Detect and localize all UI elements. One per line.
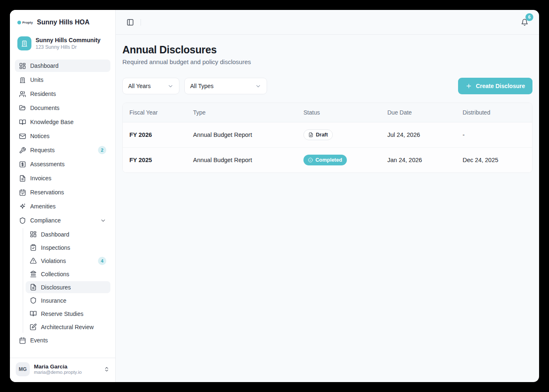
- sidebar-item-label: Architectural Review: [41, 324, 106, 330]
- cell-due-date: Jul 24, 2026: [381, 122, 456, 148]
- cell-status: Draft: [297, 122, 381, 148]
- app-title: Sunny Hills HOA: [37, 19, 89, 26]
- sidebar-item-label: Documents: [30, 105, 106, 111]
- calendar-check-icon: [19, 189, 26, 196]
- sidebar-item-label: Disclosures: [41, 284, 106, 291]
- cell-distributed: -: [456, 122, 532, 148]
- page-subtitle: Required annual budget and policy disclo…: [122, 58, 532, 65]
- building-icon: [19, 76, 26, 84]
- cell-type: Annual Budget Report: [186, 148, 297, 173]
- sidebar-item-label: Units: [30, 76, 106, 83]
- sidebar-item-residents[interactable]: Residents: [15, 88, 110, 100]
- filter-toolbar: All Years All Types Create Dis: [122, 78, 532, 94]
- check-circle-icon: [308, 158, 313, 163]
- notifications-button[interactable]: 6: [519, 17, 530, 28]
- sidebar-item-label: Dashboard: [30, 62, 106, 69]
- book-open-icon: [19, 119, 26, 126]
- shield-icon: [30, 297, 37, 304]
- sidebar-item-label: Inspections: [41, 244, 106, 251]
- app-window: Propty Sunny Hills HOA Sunny Hills Commu…: [10, 10, 539, 382]
- sidebar-subitem-inspections[interactable]: Inspections: [26, 241, 110, 253]
- create-disclosure-button[interactable]: Create Disclosure: [458, 78, 532, 94]
- avatar: MG: [16, 362, 30, 376]
- sidebar-toggle-button[interactable]: [125, 17, 136, 28]
- sidebar-item-label: Requests: [30, 147, 94, 153]
- topbar: 6: [116, 10, 539, 35]
- status-label: Draft: [316, 132, 328, 138]
- dashboard-grid-icon: [19, 62, 26, 69]
- sidebar-item-events[interactable]: Events: [15, 334, 110, 347]
- sidebar-item-knowledge-base[interactable]: Knowledge Base: [15, 116, 110, 128]
- sidebar-item-label: Notices: [30, 133, 106, 139]
- plus-icon: [465, 83, 472, 89]
- chevron-down-icon: [100, 218, 106, 224]
- sidebar-item-label: Events: [30, 337, 106, 344]
- sparkles-icon: [19, 203, 26, 210]
- landmark-icon: [30, 270, 37, 277]
- sidebar-item-requests[interactable]: Requests2: [15, 144, 110, 156]
- chevron-down-icon: [255, 83, 261, 89]
- community-name: Sunny Hills Community: [36, 37, 100, 43]
- notification-count-badge: 6: [525, 13, 533, 21]
- sidebar: Propty Sunny Hills HOA Sunny Hills Commu…: [10, 10, 116, 382]
- sidebar-item-label: Amenities: [30, 203, 106, 210]
- brand-header: Propty Sunny Hills HOA: [15, 17, 110, 28]
- table-row[interactable]: FY 2025Annual Budget ReportCompletedJan …: [123, 148, 532, 173]
- user-email: maria@demo.propty.io: [34, 370, 100, 375]
- propty-logo-dot-icon: [17, 21, 21, 24]
- sidebar-item-units[interactable]: Units: [15, 74, 110, 86]
- status-label: Completed: [315, 157, 342, 163]
- sidebar-item-assessments[interactable]: Assessments: [15, 158, 110, 170]
- book-open-icon: [30, 310, 37, 317]
- sidebar-item-label: Dashboard: [41, 231, 106, 238]
- sidebar-item-label: Insurance: [41, 297, 106, 304]
- sidebar-item-compliance[interactable]: Compliance: [15, 214, 110, 227]
- table-row[interactable]: FY 2026Annual Budget ReportDraftJul 24, …: [123, 122, 532, 148]
- main: 6 Annual Disclosures Required annual bud…: [116, 10, 539, 382]
- dashboard-grid-icon: [30, 231, 37, 238]
- disclosures-table: Fiscal YearTypeStatusDue DateDistributed…: [122, 103, 532, 173]
- sidebar-subitem-disclosures[interactable]: Disclosures: [26, 281, 110, 293]
- page-content: Annual Disclosures Required annual budge…: [116, 35, 539, 382]
- sidebar-item-dashboard[interactable]: Dashboard: [15, 60, 110, 72]
- type-filter-select[interactable]: All Types: [184, 78, 267, 94]
- table-header-row: Fiscal YearTypeStatusDue DateDistributed: [123, 103, 532, 122]
- year-filter-select[interactable]: All Years: [122, 78, 179, 94]
- clipboard-check-icon: [30, 244, 37, 251]
- year-filter-value: All Years: [128, 83, 150, 89]
- sidebar-item-invoices[interactable]: Invoices: [15, 172, 110, 184]
- file-text-icon: [308, 132, 313, 137]
- sidebar-item-reservations[interactable]: Reservations: [15, 186, 110, 198]
- community-switcher[interactable]: Sunny Hills Community 123 Sunny Hills Dr: [15, 36, 110, 51]
- sidebar-item-label: Knowledge Base: [30, 119, 106, 125]
- sidebar-item-label: Collections: [41, 271, 106, 277]
- sidebar-item-label: Reservations: [30, 189, 106, 196]
- chevrons-up-down-icon: [104, 366, 110, 372]
- sidebar-subnav-compliance: DashboardInspectionsViolations4Collectio…: [23, 228, 110, 333]
- sidebar-subitem-insurance[interactable]: Insurance: [26, 294, 110, 306]
- building-icon: [17, 36, 31, 50]
- cell-fiscal-year: FY 2025: [123, 148, 186, 173]
- sidebar-item-label: Reserve Studies: [41, 311, 106, 317]
- count-badge: 2: [98, 146, 106, 154]
- sidebar-subitem-architectural-review[interactable]: Architectural Review: [26, 321, 110, 333]
- sidebar-subitem-dashboard[interactable]: Dashboard: [26, 228, 110, 240]
- sidebar-item-documents[interactable]: Documents: [15, 102, 110, 114]
- cell-distributed: Dec 24, 2025: [456, 148, 532, 173]
- panel-left-icon: [127, 19, 134, 26]
- sidebar-item-amenities[interactable]: Amenities: [15, 200, 110, 213]
- sidebar-subitem-reserve-studies[interactable]: Reserve Studies: [26, 308, 110, 320]
- sidebar-nav: DashboardUnitsResidentsDocumentsKnowledg…: [15, 60, 110, 356]
- sidebar-subitem-violations[interactable]: Violations4: [26, 255, 110, 267]
- user-name: Maria Garcia: [34, 363, 100, 370]
- user-menu[interactable]: MG Maria Garcia maria@demo.propty.io: [10, 358, 115, 377]
- column-header-fiscal-year: Fiscal Year: [123, 103, 186, 122]
- dollar-square-icon: [19, 161, 26, 168]
- sidebar-item-label: Compliance: [30, 217, 96, 224]
- sidebar-item-notices[interactable]: Notices: [15, 130, 110, 142]
- shield-icon: [19, 217, 26, 224]
- sidebar-subitem-collections[interactable]: Collections: [26, 268, 110, 280]
- column-header-distributed: Distributed: [456, 103, 532, 122]
- column-header-type: Type: [186, 103, 297, 122]
- warning-triangle-icon: [30, 257, 37, 264]
